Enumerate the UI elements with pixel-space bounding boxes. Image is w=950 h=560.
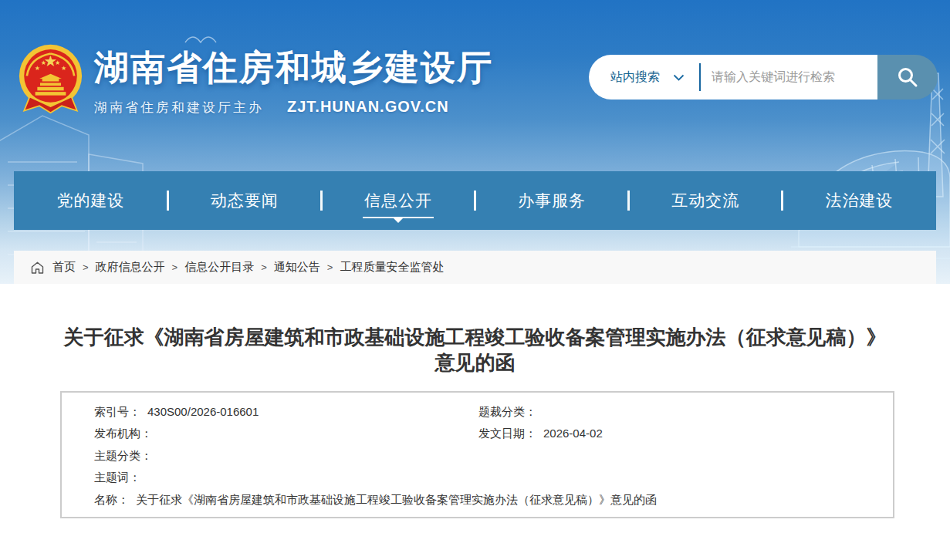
breadcrumb-notices[interactable]: 通知公告 <box>274 260 320 275</box>
breadcrumb-separator: > <box>172 261 178 273</box>
nav-item-interaction[interactable]: 互动交流 <box>629 171 783 230</box>
meta-row-subject-category: 主题分类： <box>94 445 877 467</box>
meta-row-document-name: 名称：关于征求《湖南省房屋建筑和市政基础设施工程竣工验收备案管理实施办法（征求意… <box>94 489 877 511</box>
page-title: 关于征求《湖南省房屋建筑和市政基础设施工程竣工验收备案管理实施办法（征求意见稿）… <box>0 325 950 376</box>
search-input[interactable] <box>701 70 877 84</box>
breadcrumb-current-department: 工程质量安全监管处 <box>340 260 444 275</box>
meta-row-keywords: 主题词： <box>94 467 877 488</box>
main-nav: 党的建设 动态要闻 信息公开 办事服务 互动交流 法治建设 <box>14 171 936 230</box>
search-bar: 站内搜索 <box>589 55 938 100</box>
page: ★ ★ ★ ★ ★ 湖南省住房和城乡建设厅 湖南省住房和建设厅主办 ZJT.HU… <box>0 0 950 560</box>
nav-item-services[interactable]: 办事服务 <box>475 171 629 230</box>
svg-text:★: ★ <box>61 65 66 72</box>
site-title: 湖南省住房和城乡建设厅 <box>94 45 493 91</box>
nav-item-news[interactable]: 动态要闻 <box>167 171 321 230</box>
index-number-value: 430S00/2026-016601 <box>147 405 259 418</box>
search-button[interactable] <box>877 55 938 100</box>
active-tab-indicator <box>363 217 434 218</box>
svg-text:★: ★ <box>35 65 40 72</box>
svg-text:★: ★ <box>55 59 60 66</box>
page-title-line1: 关于征求《湖南省房屋建筑和市政基础设施工程竣工验收备案管理实施办法（征求意见稿）… <box>0 325 950 350</box>
breadcrumb-separator: > <box>261 261 267 273</box>
breadcrumb-home[interactable]: 首页 <box>52 260 76 275</box>
masthead: 湖南省住房和城乡建设厅 湖南省住房和建设厅主办 ZJT.HUNAN.GOV.CN <box>94 45 493 116</box>
page-title-line2: 意见的函 <box>0 350 950 376</box>
meta-row-publisher: 发布机构： 发文日期：2026-04-02 <box>94 423 877 444</box>
breadcrumb-separator: > <box>83 261 89 273</box>
document-meta-box: 索引号：430S00/2026-016601 题裁分类： 发布机构： 发文日期：… <box>60 391 894 518</box>
nav-item-information-disclosure[interactable]: 信息公开 <box>321 171 475 230</box>
building-sketch <box>0 0 950 284</box>
publish-date-value: 2026-04-02 <box>543 427 603 440</box>
breadcrumb-info-catalog[interactable]: 信息公开目录 <box>184 260 254 275</box>
svg-text:★: ★ <box>41 59 46 66</box>
search-icon <box>896 66 919 89</box>
nav-item-rule-of-law[interactable]: 法治建设 <box>783 171 936 230</box>
document-name-value: 关于征求《湖南省房屋建筑和市政基础设施工程竣工验收备案管理实施办法（征求意见稿）… <box>136 493 657 506</box>
search-main: 站内搜索 <box>589 55 877 100</box>
breadcrumb: 首页 > 政府信息公开 > 信息公开目录 > 通知公告 > 工程质量安全监管处 <box>14 251 936 284</box>
search-scope-label: 站内搜索 <box>610 69 660 86</box>
nav-item-party-building[interactable]: 党的建设 <box>14 171 167 230</box>
site-domain: ZJT.HUNAN.GOV.CN <box>287 98 449 116</box>
site-subtitle: 湖南省住房和建设厅主办 <box>94 99 264 116</box>
breadcrumb-gov-info[interactable]: 政府信息公开 <box>96 260 165 275</box>
chevron-down-icon <box>673 74 685 81</box>
home-icon <box>31 261 44 274</box>
national-emblem: ★ ★ ★ ★ ★ <box>19 43 83 114</box>
meta-row-index-number: 索引号：430S00/2026-016601 题裁分类： <box>94 401 877 423</box>
breadcrumb-separator: > <box>327 261 333 273</box>
site-header: ★ ★ ★ ★ ★ 湖南省住房和城乡建设厅 湖南省住房和建设厅主办 ZJT.HU… <box>0 0 950 284</box>
search-scope-select[interactable]: 站内搜索 <box>610 69 685 86</box>
